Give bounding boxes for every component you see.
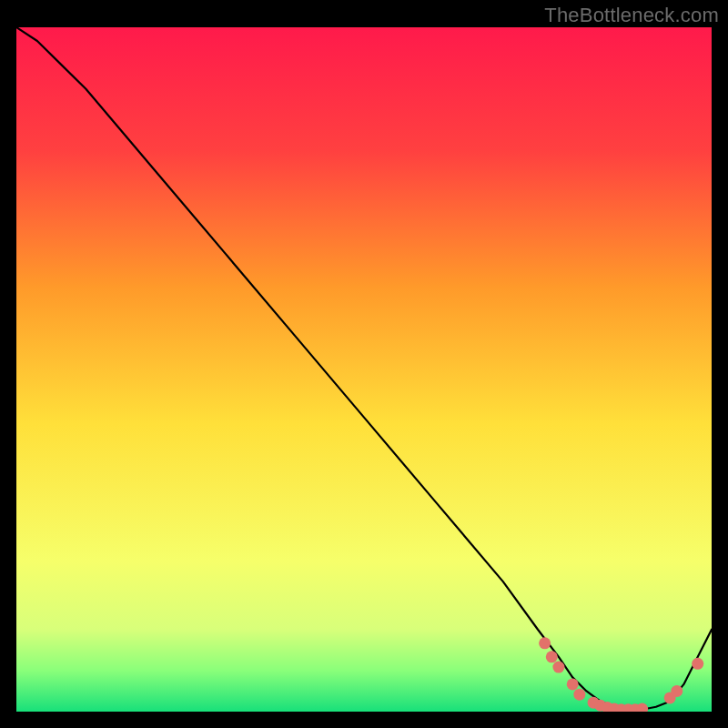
chart-frame: TheBottleneck.com xyxy=(0,0,728,728)
data-marker xyxy=(671,685,682,697)
data-marker xyxy=(692,658,703,670)
data-marker xyxy=(552,662,564,673)
data-marker xyxy=(573,689,585,701)
watermark-text: TheBottleneck.com xyxy=(544,4,719,27)
data-marker xyxy=(567,678,579,690)
plot-area xyxy=(16,27,712,712)
data-marker xyxy=(539,637,551,649)
data-marker xyxy=(546,651,558,662)
bottleneck-chart xyxy=(16,27,712,712)
